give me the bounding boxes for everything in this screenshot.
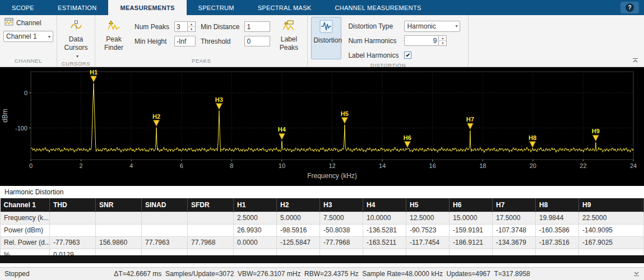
cell <box>96 224 142 236</box>
stepper-arrows-icon[interactable]: ▴▾ <box>188 21 196 32</box>
cell <box>142 212 188 224</box>
table-row[interactable]: Frequency (k...2.50005.00007.500010.0000… <box>1 212 644 224</box>
cell <box>188 224 234 236</box>
channel-icon <box>4 18 13 27</box>
cell: 77.7963 <box>142 236 188 249</box>
column-header[interactable]: H9 <box>579 198 644 212</box>
peak-finder-icon <box>108 20 120 34</box>
tab-spectral-mask[interactable]: SPECTRAL MASK <box>246 0 323 15</box>
num-peaks-input[interactable]: 3 <box>174 21 188 32</box>
cell: 10.0000 <box>363 212 406 224</box>
tab-scope[interactable]: SCOPE <box>0 0 46 15</box>
cell: -186.9121 <box>450 236 493 249</box>
distortion-type-select[interactable]: Harmonic ▾ <box>404 21 460 32</box>
svg-text:H7: H7 <box>466 116 474 123</box>
svg-text:-100: -100 <box>15 125 27 132</box>
peaks-section-label: PEAKS <box>99 58 304 67</box>
num-peaks-stepper[interactable]: 3 ▴▾ <box>174 21 196 32</box>
distortion-button[interactable]: Distortion <box>311 17 341 59</box>
spectrum-plot[interactable]: H1H2H3H4H5H6H7H8H90246810121416182022240… <box>0 67 644 186</box>
channel-section: Channel Channel 1 ▾ CHANNEL <box>0 15 57 67</box>
svg-text:2: 2 <box>80 162 83 169</box>
chevron-down-icon: ▾ <box>48 34 50 39</box>
channel-select-value: Channel 1 <box>6 32 37 40</box>
cell <box>142 249 188 255</box>
svg-text:dBm: dBm <box>1 109 9 123</box>
column-header[interactable]: H7 <box>493 198 536 212</box>
column-header[interactable]: SNR <box>96 198 142 212</box>
svg-text:H5: H5 <box>341 110 349 117</box>
column-header[interactable]: H2 <box>277 198 320 212</box>
cell <box>96 249 142 255</box>
row-label: Power (dBm) <box>1 224 50 236</box>
svg-text:Frequency (kHz): Frequency (kHz) <box>307 172 357 180</box>
num-harmonics-stepper[interactable]: 9 ▴▾ <box>404 35 460 46</box>
channel-section-label: CHANNEL <box>3 58 53 67</box>
cell: -107.3748 <box>493 224 536 236</box>
cell: 156.9860 <box>96 236 142 249</box>
min-height-input[interactable]: -Inf <box>174 36 196 46</box>
cell: 12.5000 <box>406 212 450 224</box>
tab-measurements[interactable]: MEASUREMENTS <box>108 0 186 15</box>
cell: -90.7523 <box>406 224 450 236</box>
svg-text:4: 4 <box>129 162 133 169</box>
table-row[interactable]: %0.0129 <box>1 249 644 255</box>
harmonic-distortion-table: Channel 1THDSNRSINADSFDRH1H2H3H4H5H6H7H8… <box>0 198 644 255</box>
tab-spectrum[interactable]: SPECTRUM <box>187 0 246 15</box>
dock-icon[interactable] <box>633 270 640 278</box>
collapse-toolstrip-icon[interactable] <box>632 57 638 65</box>
min-distance-input[interactable]: 1 <box>244 21 270 32</box>
cell: -160.3586 <box>536 224 579 236</box>
label-harmonics-label: Label Harmonics <box>348 52 399 59</box>
channel-select[interactable]: Channel 1 ▾ <box>3 31 53 42</box>
label-harmonics-checkbox[interactable]: ✔ <box>404 52 411 59</box>
row-label: Frequency (k... <box>1 212 50 224</box>
column-header[interactable]: Channel 1 <box>1 198 50 212</box>
cell: -159.9191 <box>450 224 493 236</box>
data-cursors-button[interactable]: Data Cursors ▾ <box>61 17 91 60</box>
svg-text:H6: H6 <box>404 134 411 141</box>
tab-channel-measurements[interactable]: CHANNEL MEASUREMENTS <box>323 0 433 15</box>
label-peaks-button[interactable]: Label Peaks <box>274 17 304 52</box>
cell <box>50 212 96 224</box>
column-header[interactable]: SFDR <box>188 198 234 212</box>
cell: -117.7454 <box>406 236 450 249</box>
num-peaks-label: Num Peaks <box>135 23 169 31</box>
column-header[interactable]: THD <box>50 198 96 212</box>
svg-text:0: 0 <box>29 162 33 169</box>
table-row[interactable]: Power (dBm)26.9930-98.5916-50.8038-136.5… <box>1 224 644 236</box>
column-header[interactable]: H1 <box>234 198 277 212</box>
cell <box>50 224 96 236</box>
column-header[interactable]: H5 <box>406 198 450 212</box>
cell: -187.3516 <box>536 236 579 249</box>
num-harmonics-input[interactable]: 9 <box>404 35 439 46</box>
svg-text:H3: H3 <box>215 96 223 103</box>
column-header[interactable]: H4 <box>363 198 406 212</box>
spectrum-canvas: H1H2H3H4H5H6H7H8H90246810121416182022240… <box>0 67 644 186</box>
cell: -77.7968 <box>320 236 363 249</box>
column-header[interactable]: H8 <box>536 198 579 212</box>
tab-estimation[interactable]: ESTIMATION <box>46 0 108 15</box>
column-header[interactable]: H3 <box>320 198 363 212</box>
cell: 22.5000 <box>579 212 644 224</box>
table-row[interactable]: Rel. Power (d...-77.7963156.986077.79637… <box>1 236 644 249</box>
svg-text:18: 18 <box>479 162 486 169</box>
label-peaks-label: Label Peaks <box>276 35 302 52</box>
svg-text:H2: H2 <box>152 113 160 120</box>
svg-text:H4: H4 <box>278 126 286 133</box>
svg-text:10: 10 <box>279 162 285 169</box>
cell <box>406 249 450 255</box>
toolstrip-ribbon: Channel Channel 1 ▾ CHANNEL Data Cursors… <box>0 15 644 67</box>
channel-button[interactable]: Channel <box>3 17 43 27</box>
threshold-input[interactable]: 0 <box>244 36 270 46</box>
cell <box>450 249 493 255</box>
stepper-arrows-icon[interactable]: ▴▾ <box>439 35 447 46</box>
help-button[interactable]: ? <box>620 2 639 13</box>
cell <box>536 249 579 255</box>
column-header[interactable]: H6 <box>450 198 493 212</box>
distortion-type-value: Harmonic <box>407 22 435 30</box>
peaks-section: Peak Finder Num Peaks 3 ▴▾ Min Distance … <box>95 15 308 67</box>
column-header[interactable]: SINAD <box>142 198 188 212</box>
peak-finder-button[interactable]: Peak Finder <box>99 17 129 52</box>
channel-button-label: Channel <box>16 19 41 27</box>
